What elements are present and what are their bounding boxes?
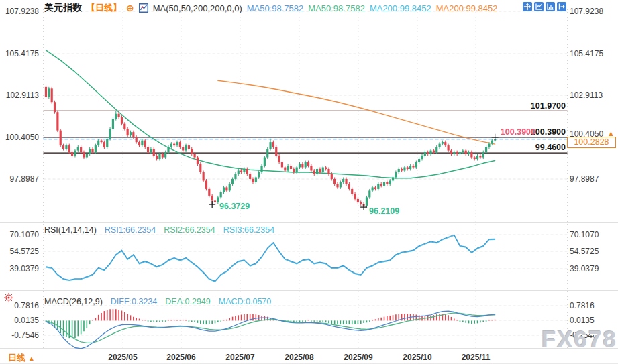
fx678-watermark: FX678 xyxy=(542,326,617,353)
macd-params[interactable]: MACD(26,12,9) xyxy=(44,297,103,306)
axis-chart-alt-icon[interactable] xyxy=(546,2,555,11)
ma200-value-1: MA200:99.8452 xyxy=(370,3,431,13)
period-label: 日线 xyxy=(8,352,25,364)
period-tag[interactable]: 【日线】 xyxy=(87,2,121,14)
dea-value: DEA:0.2949 xyxy=(165,297,210,306)
symbol-title: 美元指数 xyxy=(44,2,82,14)
collapse-right-icon[interactable] xyxy=(557,2,566,11)
chart-app: 美元指数 【日线】 ⊕ MA(50,50,200,200,0,0) MA50:9… xyxy=(0,0,618,364)
swing-low-label-2: 96.2109 xyxy=(369,206,399,216)
ma-settings-label[interactable]: MA(50,50,200,200,0,0) xyxy=(153,3,242,13)
rsi3-value: RSI3:66.2354 xyxy=(223,225,274,235)
scroll-to-latest-icon[interactable]: ▲ xyxy=(607,129,615,137)
chevron-up-icon: ▲ xyxy=(28,355,35,362)
move-icon[interactable] xyxy=(523,2,532,11)
rsi-params[interactable]: RSI(14,14,14) xyxy=(44,225,97,235)
macd-value: MACD:0.0570 xyxy=(219,297,272,306)
rsi-header: RSI(14,14,14) RSI1:66.2354 RSI2:66.2354 … xyxy=(44,225,274,235)
period-selector[interactable]: 日线 ▲ xyxy=(8,352,35,364)
diff-value: DIFF:0.3234 xyxy=(111,297,157,306)
axis-chart-icon[interactable] xyxy=(534,2,544,11)
rsi2-value: RSI2:66.2354 xyxy=(164,225,215,235)
ma50-value-1: MA50:98.7582 xyxy=(247,3,304,13)
macd-header: MACD(26,12,9) DIFF:0.3234 DEA:0.2949 MAC… xyxy=(44,297,271,306)
chart-header: 美元指数 【日线】 ⊕ MA(50,50,200,200,0,0) MA50:9… xyxy=(44,2,497,14)
chart-canvas[interactable] xyxy=(0,0,618,364)
add-indicator-icon[interactable]: ⊕ xyxy=(126,3,134,13)
last-price-box: 100.2828 xyxy=(567,137,616,148)
indicator-settings-icon[interactable] xyxy=(3,292,14,306)
rsi1-value: RSI1:66.2354 xyxy=(105,225,156,235)
ma200-value-2: MA200:99.8452 xyxy=(436,3,498,13)
ma50-value-2: MA50:98.7582 xyxy=(308,3,365,13)
chart-type-icon[interactable] xyxy=(139,3,148,13)
chart-toolbar xyxy=(523,2,566,11)
swing-low-label-1: 96.3729 xyxy=(219,202,250,211)
